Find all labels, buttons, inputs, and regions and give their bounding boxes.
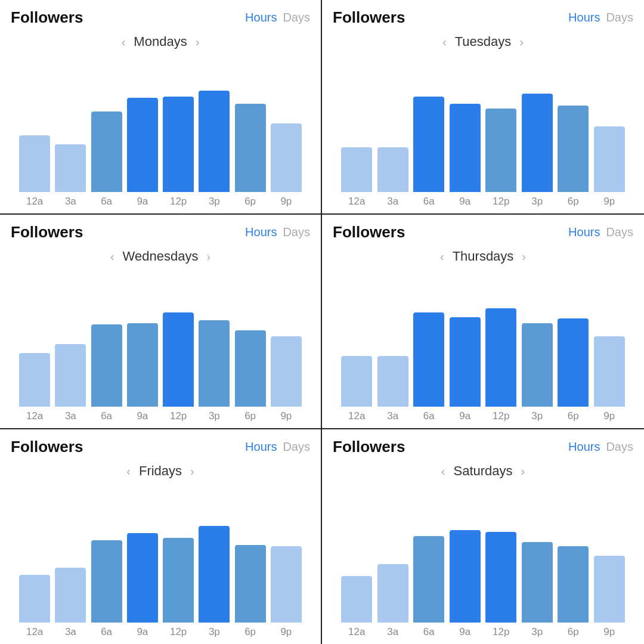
x-label: 6p: [233, 410, 268, 422]
hours-toggle[interactable]: Hours: [245, 11, 277, 24]
chart-area: 12a3a6a9a12p3p6p9p: [333, 485, 633, 638]
bar: [522, 94, 553, 192]
bars-container: [333, 88, 633, 192]
prev-day-arrow[interactable]: ‹: [441, 465, 445, 478]
chart-area: 12a3a6a9a12p3p6p9p: [333, 55, 633, 208]
next-day-arrow[interactable]: ›: [190, 465, 194, 478]
bar: [91, 324, 122, 407]
bar: [127, 98, 158, 192]
days-toggle[interactable]: Days: [606, 225, 633, 239]
x-label: 3a: [52, 410, 88, 422]
days-toggle[interactable]: Days: [606, 440, 633, 454]
prev-day-arrow[interactable]: ‹: [110, 250, 114, 264]
bar-wrap: [268, 88, 304, 192]
followers-label: Followers: [11, 438, 83, 456]
bar: [341, 356, 372, 407]
chart-area: 12a3a6a9a12p3p6p9p: [11, 485, 310, 638]
prev-day-arrow[interactable]: ‹: [122, 35, 126, 49]
day-nav: ‹Saturdays›: [333, 463, 633, 479]
bar: [594, 126, 625, 192]
toggle-group: HoursDays: [568, 440, 633, 454]
day-label: Mondays: [134, 34, 187, 49]
next-day-arrow[interactable]: ›: [521, 465, 525, 478]
prev-day-arrow[interactable]: ‹: [440, 250, 444, 264]
next-day-arrow[interactable]: ›: [519, 35, 524, 49]
days-toggle[interactable]: Days: [283, 225, 310, 239]
bar: [271, 546, 302, 623]
bar-wrap: [411, 302, 447, 407]
x-label: 12p: [483, 196, 519, 208]
day-label: Saturdays: [453, 463, 512, 479]
x-label: 6p: [555, 410, 592, 422]
bar: [19, 575, 50, 623]
x-label: 6p: [233, 196, 268, 208]
next-day-arrow[interactable]: ›: [196, 35, 200, 49]
bar-wrap: [592, 302, 628, 407]
bar-wrap: [17, 302, 52, 407]
x-label: 9a: [447, 196, 484, 208]
x-label: 3p: [196, 626, 232, 638]
next-day-arrow[interactable]: ›: [522, 250, 526, 264]
prev-day-arrow[interactable]: ‹: [442, 35, 447, 49]
panel-header: FollowersHoursDays: [333, 223, 633, 242]
bar: [235, 104, 266, 192]
bar-wrap: [339, 518, 375, 623]
bar: [558, 546, 589, 623]
bar-wrap: [592, 518, 628, 623]
bar-wrap: [592, 88, 628, 192]
x-label: 3p: [196, 196, 232, 208]
bar: [199, 526, 230, 623]
days-toggle[interactable]: Days: [283, 440, 310, 454]
bar-wrap: [411, 518, 447, 623]
bar: [19, 135, 50, 192]
followers-label: Followers: [333, 223, 405, 242]
bar: [377, 564, 408, 623]
bar: [91, 112, 122, 192]
bar: [341, 576, 372, 623]
bar-wrap: [89, 302, 125, 407]
panel-header: FollowersHoursDays: [333, 438, 633, 456]
days-toggle[interactable]: Days: [283, 11, 310, 24]
x-label: 9a: [447, 626, 484, 638]
bar: [594, 556, 625, 623]
hours-toggle[interactable]: Hours: [245, 440, 277, 454]
x-label: 12p: [483, 626, 519, 638]
panel-thursday: FollowersHoursDays‹Thursdays›12a3a6a9a12…: [322, 215, 644, 429]
x-label: 6p: [555, 196, 592, 208]
x-label: 12p: [160, 196, 196, 208]
bar: [341, 147, 372, 192]
prev-day-arrow[interactable]: ‹: [126, 465, 131, 478]
x-label: 6a: [411, 196, 447, 208]
x-label: 9a: [447, 410, 484, 422]
x-label: 6a: [89, 626, 125, 638]
bar: [91, 540, 122, 623]
panel-friday: FollowersHoursDays‹Fridays›12a3a6a9a12p3…: [0, 429, 322, 644]
bar-wrap: [519, 88, 556, 192]
next-day-arrow[interactable]: ›: [206, 250, 210, 264]
hours-toggle[interactable]: Hours: [568, 225, 600, 239]
bar: [271, 336, 302, 407]
x-label: 12p: [483, 410, 519, 422]
bar-wrap: [375, 302, 411, 407]
days-toggle[interactable]: Days: [606, 11, 633, 24]
x-label: 6a: [411, 410, 447, 422]
x-labels: 12a3a6a9a12p3p6p9p: [11, 192, 310, 208]
bar-wrap: [160, 88, 196, 192]
bar: [377, 147, 408, 192]
x-labels: 12a3a6a9a12p3p6p9p: [11, 407, 310, 422]
bar: [558, 106, 589, 192]
x-label: 3p: [519, 626, 556, 638]
bar-wrap: [519, 302, 556, 407]
bar: [485, 532, 516, 623]
hours-toggle[interactable]: Hours: [568, 11, 600, 24]
hours-toggle[interactable]: Hours: [245, 225, 277, 239]
panel-wednesday: FollowersHoursDays‹Wednesdays›12a3a6a9a1…: [0, 215, 322, 429]
hours-toggle[interactable]: Hours: [568, 440, 600, 454]
x-labels: 12a3a6a9a12p3p6p9p: [333, 623, 633, 638]
bar: [485, 308, 516, 407]
x-label: 12a: [17, 626, 52, 638]
bars-container: [333, 302, 633, 407]
bar: [450, 530, 481, 623]
bars-container: [11, 302, 310, 407]
bar: [413, 536, 444, 623]
